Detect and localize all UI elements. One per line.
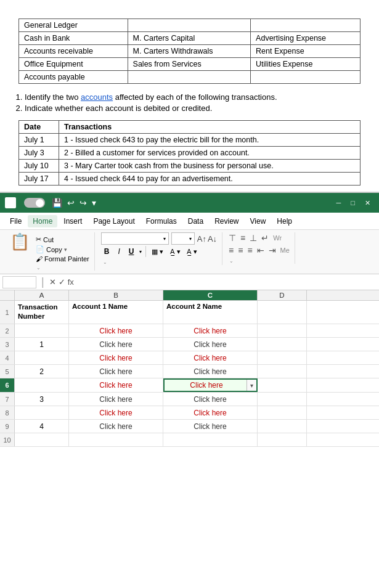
align-center-button[interactable]: ≡	[237, 245, 244, 256]
undo-icon[interactable]: ↩	[67, 198, 75, 208]
cell-a-10[interactable]	[15, 433, 69, 446]
menu-view[interactable]: View	[245, 215, 271, 227]
menu-review[interactable]: Review	[210, 215, 243, 227]
col-b-header[interactable]: B	[69, 290, 163, 300]
paste-button[interactable]: 📋	[7, 232, 32, 251]
autosave-toggle[interactable]	[24, 198, 45, 208]
align-bottom-button[interactable]: ⊥	[248, 232, 258, 243]
font-size-dropdown[interactable]: ▾	[171, 232, 195, 245]
save-icon[interactable]: 💾	[52, 198, 62, 208]
cell-dropdown-button[interactable]: ▾	[247, 380, 256, 391]
bold-button[interactable]: B	[101, 246, 113, 257]
border-button[interactable]: ▦ ▾	[150, 247, 165, 256]
copy-button[interactable]: 📄 Copy ▾	[35, 245, 91, 254]
accounts-link[interactable]: accounts	[81, 92, 113, 102]
paste-icon: 📋	[10, 234, 30, 250]
underline-button[interactable]: U	[126, 246, 137, 257]
confirm-formula-icon[interactable]: ✓	[59, 277, 65, 287]
table-row: 4Click hereClick here	[0, 351, 379, 365]
cell-b-7[interactable]: Click here	[69, 393, 163, 406]
cell-a-8[interactable]	[15, 406, 69, 419]
cell-c-10[interactable]	[163, 433, 258, 446]
cell-c-9[interactable]: Click here	[163, 420, 258, 433]
font-name-arrow: ▾	[163, 236, 166, 242]
col-d-header[interactable]: D	[258, 290, 307, 300]
instructions-list: Identify the two accounts affected by ea…	[18, 92, 361, 113]
accounts-cell: Rent Expense	[251, 45, 361, 58]
cell-a-2[interactable]	[15, 324, 69, 337]
col-a-header[interactable]: A	[15, 290, 69, 300]
menu-help[interactable]: Help	[272, 215, 297, 227]
alignment-expand[interactable]: ⌄	[229, 258, 234, 264]
menu-file[interactable]: File	[5, 215, 26, 227]
menu-insert[interactable]: Insert	[59, 215, 87, 227]
underline-arrow[interactable]: ▾	[139, 249, 142, 255]
cell-c-3[interactable]: Click here	[163, 338, 258, 351]
font-name-dropdown[interactable]: ▾	[101, 232, 169, 245]
cell-b-5[interactable]: Click here	[69, 365, 163, 378]
decrease-font-button[interactable]: A↓	[208, 234, 217, 243]
wrap-text-button[interactable]: ↵	[260, 232, 270, 243]
menu-formulas[interactable]: Formulas	[141, 215, 182, 227]
cell-d-2	[258, 324, 307, 337]
customize-icon[interactable]: ▾	[92, 198, 96, 208]
cell-b-8[interactable]: Click here	[69, 406, 163, 419]
cell-c-7[interactable]: Click here	[163, 393, 258, 406]
cell-b-10[interactable]	[69, 433, 163, 446]
increase-font-button[interactable]: A↑	[197, 234, 206, 243]
align-right-button[interactable]: ≡	[246, 245, 253, 256]
menu-data[interactable]: Data	[183, 215, 208, 227]
cell-b1[interactable]: Account 1 Name	[69, 301, 163, 324]
cell-a-5[interactable]: 2	[15, 365, 69, 378]
cell-a-4[interactable]	[15, 351, 69, 364]
fill-color-button[interactable]: A̲ ▾	[168, 247, 182, 256]
cell-reference[interactable]	[2, 276, 36, 288]
cell-d1	[258, 301, 307, 324]
cell-c1[interactable]: Account 2 Name	[163, 301, 258, 324]
cell-c-8[interactable]: Click here	[163, 406, 258, 419]
minimize-button[interactable]: ─	[333, 198, 345, 208]
align-middle-button[interactable]: ≡	[239, 232, 247, 243]
formula-icons: | ✕ ✓ fx	[39, 276, 74, 288]
cancel-formula-icon[interactable]: ✕	[49, 277, 56, 287]
cell-b-2[interactable]: Click here	[69, 324, 163, 337]
cell-a-9[interactable]: 4	[15, 420, 69, 433]
align-left-button[interactable]: ≡	[227, 245, 235, 256]
maximize-button[interactable]: □	[347, 198, 359, 208]
cut-button[interactable]: ✂ Cut	[35, 235, 91, 244]
cell-b-6[interactable]: Click here	[69, 378, 163, 392]
cell-b-9[interactable]: Click here	[69, 420, 163, 433]
font-expand[interactable]: ⌄	[103, 259, 107, 265]
row-num-9: 9	[0, 420, 15, 433]
trans-cell: July 10	[19, 160, 59, 173]
cell-a-7[interactable]: 3	[15, 393, 69, 406]
cell-d-3	[258, 338, 307, 351]
cell-c-5[interactable]: Click here	[163, 365, 258, 378]
cell-c-4[interactable]: Click here	[163, 351, 258, 364]
redo-icon[interactable]: ↪	[79, 198, 87, 208]
cell-c-6[interactable]: Click here▾	[163, 378, 258, 392]
format-painter-button[interactable]: 🖌 Format Painter	[35, 255, 91, 263]
indent-decrease-button[interactable]: ⇤	[256, 245, 266, 256]
col-c-header[interactable]: C	[163, 290, 258, 300]
font-color-button[interactable]: A̲ ▾	[185, 247, 199, 256]
autosave-area[interactable]	[21, 198, 48, 208]
cell-a1[interactable]: TransactionNumber	[15, 301, 69, 324]
cell-b-3[interactable]: Click here	[69, 338, 163, 351]
clipboard-expand[interactable]: ⌄	[36, 265, 41, 271]
formula-bar: | ✕ ✓ fx	[0, 274, 379, 290]
document-section: General LedgerCash in BankM. Carters Cap…	[0, 0, 379, 192]
align-top-button[interactable]: ⊤	[227, 232, 237, 243]
copy-dropdown[interactable]: ▾	[64, 247, 67, 253]
italic-button[interactable]: I	[115, 246, 123, 257]
cell-c-2[interactable]: Click here	[163, 324, 258, 337]
close-button[interactable]: ✕	[361, 198, 374, 208]
cell-a-3[interactable]: 1	[15, 338, 69, 351]
cell-a-6[interactable]	[15, 378, 69, 392]
cell-b-4[interactable]: Click here	[69, 351, 163, 364]
cell-d-5	[258, 365, 307, 378]
menu-home[interactable]: Home	[28, 215, 57, 227]
menu-page-layout[interactable]: Page Layout	[88, 215, 139, 227]
indent-increase-button[interactable]: ⇥	[267, 245, 277, 256]
insert-function-icon[interactable]: fx	[68, 277, 74, 287]
